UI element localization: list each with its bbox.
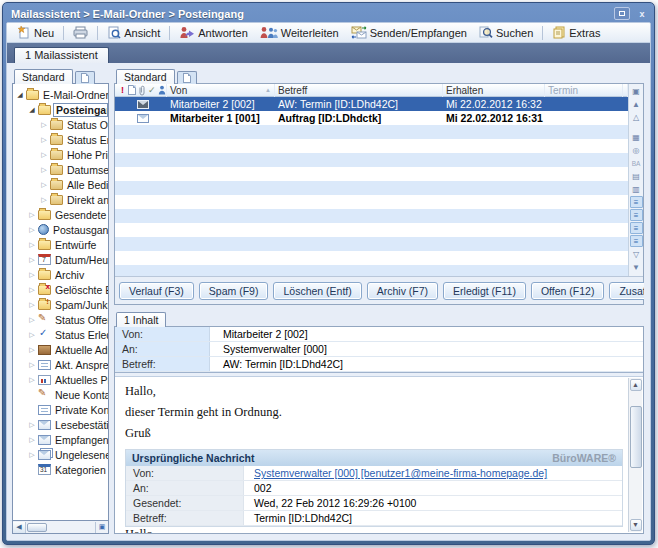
scrollbar-thumb[interactable] [630, 406, 642, 468]
column-header-betreff[interactable]: Betreff [275, 84, 443, 97]
toolbar-extras-button[interactable]: Extras [546, 24, 606, 41]
view-list-4-icon[interactable]: ≡ [630, 235, 643, 247]
title-bar[interactable]: Mailassistent > E-Mail-Ordner > Posteing… [11, 5, 650, 22]
empty-list-row[interactable] [115, 125, 628, 139]
scroll-up-icon[interactable]: △ [630, 111, 643, 123]
expander-icon[interactable] [39, 196, 49, 204]
quote-field-value[interactable]: Systemverwalter [000] [benutzer1@meine-f… [244, 466, 622, 480]
expander-icon[interactable] [27, 286, 37, 294]
tab-mailassistent[interactable]: 1 Mailassistent [14, 47, 109, 63]
action-button-spam-f9-[interactable]: Spam (F9) [199, 282, 269, 300]
priority-column-icon[interactable]: ! [118, 85, 127, 96]
tree-item-direkt-an-mich[interactable]: Direkt an mich [13, 192, 108, 207]
search-list-icon[interactable]: ◎ [630, 144, 643, 156]
column-header-erhalten[interactable]: Erhalten [443, 84, 545, 97]
body-scrollbar[interactable]: ▲ ▼ [628, 378, 642, 532]
empty-list-row[interactable] [115, 265, 628, 276]
panel-resize-icon[interactable]: ▣ [95, 522, 108, 533]
tree-item-aktuelles-projekt[interactable]: Aktuelles Projekt [13, 372, 108, 387]
quote-field-value[interactable]: Wed, 22 Feb 2012 16:29:26 +0100 [244, 496, 622, 510]
sidebar-horizontal-scrollbar[interactable]: ◀ ▣ [12, 521, 109, 534]
scroll-down-icon[interactable]: ▼ [630, 519, 642, 531]
empty-list-row[interactable] [115, 251, 628, 265]
tree-item-status-erledigt[interactable]: Status Erledigt [13, 132, 108, 147]
quote-field-value[interactable]: 002 [244, 481, 622, 495]
expander-icon[interactable] [39, 121, 49, 129]
print-list-icon[interactable]: ▥ [630, 183, 643, 195]
tree-item-lesebestätigungen[interactable]: Lesebestätigungen [13, 417, 108, 432]
toolbar-print-button[interactable] [67, 24, 94, 41]
tree-item-hohe-priorität[interactable]: Hohe Priorität [13, 147, 108, 162]
action-button-archiv-f7-[interactable]: Archiv (F7) [367, 282, 438, 300]
expander-icon[interactable] [39, 181, 49, 189]
columns-icon[interactable]: ▦ [630, 131, 643, 143]
expander-icon[interactable] [27, 211, 37, 219]
expander-icon[interactable] [39, 136, 49, 144]
expander-icon[interactable] [27, 331, 37, 339]
expander-icon[interactable] [27, 226, 37, 234]
column-header-von[interactable]: Von▲ [167, 84, 275, 97]
expander-icon[interactable] [15, 91, 25, 99]
tree-item-status-offen[interactable]: Status Offen [13, 312, 108, 327]
close-window-icon[interactable]: x [634, 7, 650, 20]
tree-item-postausgang[interactable]: Postausgang [13, 222, 108, 237]
scroll-up-icon[interactable]: ▲ [630, 379, 642, 391]
person-column-icon[interactable] [157, 85, 166, 96]
copy-pages-icon[interactable]: ▣ [630, 85, 643, 97]
list-tab-new-view[interactable] [177, 71, 197, 84]
tree-item-entwürfe[interactable]: Entwürfe [13, 237, 108, 252]
expander-icon[interactable] [27, 346, 37, 354]
tree-item-status-erledigt[interactable]: Status Erledigt [13, 327, 108, 342]
toolbar-neu-button[interactable]: Neu [11, 24, 60, 41]
expander-icon[interactable] [27, 271, 37, 279]
list-tab-standard[interactable]: Standard [116, 69, 175, 84]
expander-icon[interactable] [27, 361, 37, 369]
action-button-zusatz[interactable]: Zusatz [609, 282, 644, 300]
action-button-verlauf-f3-[interactable]: Verlauf (F3) [119, 282, 194, 300]
scrollbar-thumb[interactable] [27, 523, 47, 532]
tree-item-aktuelle-adresse[interactable]: Aktuelle Adresse [13, 342, 108, 357]
scroll-left-icon[interactable]: ◀ [13, 522, 26, 533]
expander-icon[interactable] [27, 106, 37, 114]
empty-list-row[interactable] [115, 223, 628, 237]
tree-item-ungelesene-mails[interactable]: Ungelesene Mails [13, 447, 108, 462]
expander-icon[interactable] [27, 241, 37, 249]
view-list-2-icon[interactable]: ≡ [630, 209, 643, 221]
expander-icon[interactable] [27, 316, 37, 324]
restore-window-icon[interactable] [614, 7, 630, 20]
scroll-bottom-icon[interactable]: ▼ [630, 261, 643, 273]
empty-list-row[interactable] [115, 237, 628, 251]
check-column-icon[interactable]: ✓ [147, 85, 156, 96]
tree-item-private-kontakte[interactable]: Private Kontakte [13, 402, 108, 417]
tree-item-status-offen[interactable]: Status Offen [13, 117, 108, 132]
quote-field-value[interactable]: Termin [ID:LDhd42C] [244, 511, 622, 525]
mail-row[interactable]: Mitarbeiter 1 [001] Auftrag [ID:LDhdctk]… [115, 111, 628, 125]
toolbar-ansicht-button[interactable]: Ansicht [101, 24, 166, 41]
expander-icon[interactable] [39, 151, 49, 159]
toolbar-antworten-button[interactable]: Antworten [173, 24, 254, 41]
expander-icon[interactable] [27, 451, 37, 459]
tree-item-gesendete-e-mails[interactable]: Gesendete E-Mails [13, 207, 108, 222]
view-list-3-icon[interactable]: ≡ [630, 222, 643, 234]
toolbar-weiterleiten-button[interactable]: Weiterleiten [254, 24, 345, 41]
calendar-icon[interactable]: ▤ [630, 170, 643, 182]
expander-icon[interactable] [27, 421, 37, 429]
tree-item-e-mail-ordner[interactable]: E-Mail-Ordner [13, 87, 108, 102]
action-button-löschen-entf-[interactable]: Löschen (Entf) [273, 282, 361, 300]
scroll-top-icon[interactable]: ▲ [630, 98, 643, 110]
empty-list-row[interactable] [115, 181, 628, 195]
toolbar-senden-empfangen-button[interactable]: Senden/Empfangen [345, 24, 473, 41]
view-list-1-icon[interactable]: ≡ [630, 196, 643, 208]
tree-item-akt-ansprechpartn[interactable]: Akt. Ansprechpartn [13, 357, 108, 372]
action-button-offen-f12-[interactable]: Offen (F12) [531, 282, 605, 300]
mail-row[interactable]: Mitarbeiter 2 [002] AW: Termin [ID:LDhd4… [115, 97, 628, 111]
expander-icon[interactable] [27, 256, 37, 264]
expander-icon[interactable] [39, 166, 49, 174]
content-tab-inhalt[interactable]: 1 Inhalt [116, 312, 166, 327]
empty-list-row[interactable] [115, 167, 628, 181]
action-button-erledigt-f11-[interactable]: Erledigt (F11) [443, 282, 526, 300]
tree-item-gelöschte-e-mails[interactable]: Gelöschte E-Mails [13, 282, 108, 297]
tree-item-empfangene-mails[interactable]: Empfangene Mails [13, 432, 108, 447]
expander-icon[interactable] [27, 301, 37, 309]
sidebar-tab-standard[interactable]: Standard [14, 69, 73, 84]
